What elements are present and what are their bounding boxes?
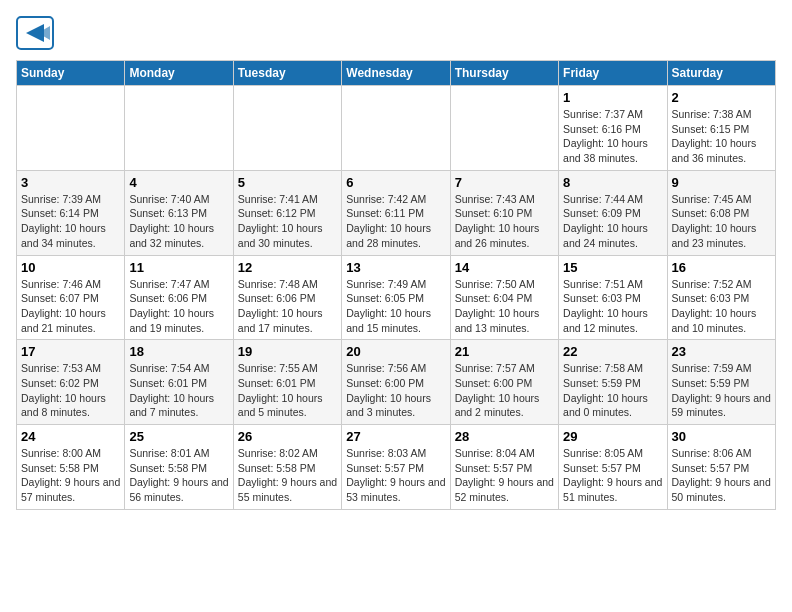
day-info: Sunrise: 7:59 AM Sunset: 5:59 PM Dayligh… <box>672 361 771 420</box>
day-number: 29 <box>563 429 662 444</box>
calendar-cell: 29Sunrise: 8:05 AM Sunset: 5:57 PM Dayli… <box>559 425 667 510</box>
day-number: 6 <box>346 175 445 190</box>
calendar-cell: 4Sunrise: 7:40 AM Sunset: 6:13 PM Daylig… <box>125 170 233 255</box>
calendar-cell: 17Sunrise: 7:53 AM Sunset: 6:02 PM Dayli… <box>17 340 125 425</box>
calendar-cell: 7Sunrise: 7:43 AM Sunset: 6:10 PM Daylig… <box>450 170 558 255</box>
day-number: 23 <box>672 344 771 359</box>
day-number: 14 <box>455 260 554 275</box>
day-info: Sunrise: 7:54 AM Sunset: 6:01 PM Dayligh… <box>129 361 228 420</box>
day-number: 21 <box>455 344 554 359</box>
day-info: Sunrise: 7:37 AM Sunset: 6:16 PM Dayligh… <box>563 107 662 166</box>
calendar-week-row: 24Sunrise: 8:00 AM Sunset: 5:58 PM Dayli… <box>17 425 776 510</box>
weekday-header: Friday <box>559 61 667 86</box>
calendar-cell: 19Sunrise: 7:55 AM Sunset: 6:01 PM Dayli… <box>233 340 341 425</box>
calendar-cell: 27Sunrise: 8:03 AM Sunset: 5:57 PM Dayli… <box>342 425 450 510</box>
calendar-cell: 16Sunrise: 7:52 AM Sunset: 6:03 PM Dayli… <box>667 255 775 340</box>
calendar-cell: 3Sunrise: 7:39 AM Sunset: 6:14 PM Daylig… <box>17 170 125 255</box>
day-info: Sunrise: 7:48 AM Sunset: 6:06 PM Dayligh… <box>238 277 337 336</box>
day-number: 10 <box>21 260 120 275</box>
calendar-cell: 18Sunrise: 7:54 AM Sunset: 6:01 PM Dayli… <box>125 340 233 425</box>
day-info: Sunrise: 7:47 AM Sunset: 6:06 PM Dayligh… <box>129 277 228 336</box>
day-number: 4 <box>129 175 228 190</box>
calendar-week-row: 3Sunrise: 7:39 AM Sunset: 6:14 PM Daylig… <box>17 170 776 255</box>
weekday-header: Monday <box>125 61 233 86</box>
day-number: 27 <box>346 429 445 444</box>
weekday-header: Sunday <box>17 61 125 86</box>
calendar-cell: 24Sunrise: 8:00 AM Sunset: 5:58 PM Dayli… <box>17 425 125 510</box>
day-info: Sunrise: 8:01 AM Sunset: 5:58 PM Dayligh… <box>129 446 228 505</box>
calendar-cell: 22Sunrise: 7:58 AM Sunset: 5:59 PM Dayli… <box>559 340 667 425</box>
calendar-cell: 20Sunrise: 7:56 AM Sunset: 6:00 PM Dayli… <box>342 340 450 425</box>
calendar-cell: 30Sunrise: 8:06 AM Sunset: 5:57 PM Dayli… <box>667 425 775 510</box>
weekday-header: Saturday <box>667 61 775 86</box>
day-number: 13 <box>346 260 445 275</box>
calendar-cell: 25Sunrise: 8:01 AM Sunset: 5:58 PM Dayli… <box>125 425 233 510</box>
calendar-cell: 10Sunrise: 7:46 AM Sunset: 6:07 PM Dayli… <box>17 255 125 340</box>
day-number: 19 <box>238 344 337 359</box>
calendar-week-row: 10Sunrise: 7:46 AM Sunset: 6:07 PM Dayli… <box>17 255 776 340</box>
calendar-week-row: 17Sunrise: 7:53 AM Sunset: 6:02 PM Dayli… <box>17 340 776 425</box>
day-number: 26 <box>238 429 337 444</box>
day-number: 12 <box>238 260 337 275</box>
day-info: Sunrise: 7:51 AM Sunset: 6:03 PM Dayligh… <box>563 277 662 336</box>
day-info: Sunrise: 7:46 AM Sunset: 6:07 PM Dayligh… <box>21 277 120 336</box>
day-info: Sunrise: 7:38 AM Sunset: 6:15 PM Dayligh… <box>672 107 771 166</box>
calendar-cell: 14Sunrise: 7:50 AM Sunset: 6:04 PM Dayli… <box>450 255 558 340</box>
day-number: 25 <box>129 429 228 444</box>
calendar-cell: 13Sunrise: 7:49 AM Sunset: 6:05 PM Dayli… <box>342 255 450 340</box>
calendar-cell: 12Sunrise: 7:48 AM Sunset: 6:06 PM Dayli… <box>233 255 341 340</box>
day-number: 9 <box>672 175 771 190</box>
day-info: Sunrise: 7:42 AM Sunset: 6:11 PM Dayligh… <box>346 192 445 251</box>
calendar-header: SundayMondayTuesdayWednesdayThursdayFrid… <box>17 61 776 86</box>
day-info: Sunrise: 7:50 AM Sunset: 6:04 PM Dayligh… <box>455 277 554 336</box>
calendar-cell <box>342 86 450 171</box>
logo <box>16 16 56 50</box>
weekday-header: Wednesday <box>342 61 450 86</box>
day-info: Sunrise: 8:03 AM Sunset: 5:57 PM Dayligh… <box>346 446 445 505</box>
day-number: 24 <box>21 429 120 444</box>
day-number: 16 <box>672 260 771 275</box>
day-info: Sunrise: 8:02 AM Sunset: 5:58 PM Dayligh… <box>238 446 337 505</box>
calendar-cell: 21Sunrise: 7:57 AM Sunset: 6:00 PM Dayli… <box>450 340 558 425</box>
day-number: 1 <box>563 90 662 105</box>
day-number: 8 <box>563 175 662 190</box>
calendar-cell: 6Sunrise: 7:42 AM Sunset: 6:11 PM Daylig… <box>342 170 450 255</box>
day-info: Sunrise: 7:40 AM Sunset: 6:13 PM Dayligh… <box>129 192 228 251</box>
day-info: Sunrise: 7:53 AM Sunset: 6:02 PM Dayligh… <box>21 361 120 420</box>
calendar-cell: 28Sunrise: 8:04 AM Sunset: 5:57 PM Dayli… <box>450 425 558 510</box>
day-info: Sunrise: 7:43 AM Sunset: 6:10 PM Dayligh… <box>455 192 554 251</box>
day-info: Sunrise: 8:04 AM Sunset: 5:57 PM Dayligh… <box>455 446 554 505</box>
calendar-cell <box>450 86 558 171</box>
day-number: 7 <box>455 175 554 190</box>
day-info: Sunrise: 7:41 AM Sunset: 6:12 PM Dayligh… <box>238 192 337 251</box>
calendar-body: 1Sunrise: 7:37 AM Sunset: 6:16 PM Daylig… <box>17 86 776 510</box>
day-info: Sunrise: 8:00 AM Sunset: 5:58 PM Dayligh… <box>21 446 120 505</box>
day-number: 20 <box>346 344 445 359</box>
day-number: 11 <box>129 260 228 275</box>
calendar-cell: 15Sunrise: 7:51 AM Sunset: 6:03 PM Dayli… <box>559 255 667 340</box>
calendar-cell <box>233 86 341 171</box>
calendar-cell: 2Sunrise: 7:38 AM Sunset: 6:15 PM Daylig… <box>667 86 775 171</box>
day-info: Sunrise: 7:39 AM Sunset: 6:14 PM Dayligh… <box>21 192 120 251</box>
calendar-table: SundayMondayTuesdayWednesdayThursdayFrid… <box>16 60 776 510</box>
logo-icon <box>16 16 54 50</box>
calendar-cell: 26Sunrise: 8:02 AM Sunset: 5:58 PM Dayli… <box>233 425 341 510</box>
day-info: Sunrise: 7:45 AM Sunset: 6:08 PM Dayligh… <box>672 192 771 251</box>
calendar-week-row: 1Sunrise: 7:37 AM Sunset: 6:16 PM Daylig… <box>17 86 776 171</box>
calendar-cell: 11Sunrise: 7:47 AM Sunset: 6:06 PM Dayli… <box>125 255 233 340</box>
day-number: 22 <box>563 344 662 359</box>
calendar-cell: 8Sunrise: 7:44 AM Sunset: 6:09 PM Daylig… <box>559 170 667 255</box>
day-number: 2 <box>672 90 771 105</box>
day-number: 3 <box>21 175 120 190</box>
day-info: Sunrise: 7:44 AM Sunset: 6:09 PM Dayligh… <box>563 192 662 251</box>
day-info: Sunrise: 8:06 AM Sunset: 5:57 PM Dayligh… <box>672 446 771 505</box>
calendar-cell: 1Sunrise: 7:37 AM Sunset: 6:16 PM Daylig… <box>559 86 667 171</box>
calendar-cell: 5Sunrise: 7:41 AM Sunset: 6:12 PM Daylig… <box>233 170 341 255</box>
day-info: Sunrise: 7:57 AM Sunset: 6:00 PM Dayligh… <box>455 361 554 420</box>
day-info: Sunrise: 7:55 AM Sunset: 6:01 PM Dayligh… <box>238 361 337 420</box>
calendar-cell: 9Sunrise: 7:45 AM Sunset: 6:08 PM Daylig… <box>667 170 775 255</box>
day-info: Sunrise: 7:49 AM Sunset: 6:05 PM Dayligh… <box>346 277 445 336</box>
day-number: 30 <box>672 429 771 444</box>
weekday-header: Tuesday <box>233 61 341 86</box>
day-number: 28 <box>455 429 554 444</box>
